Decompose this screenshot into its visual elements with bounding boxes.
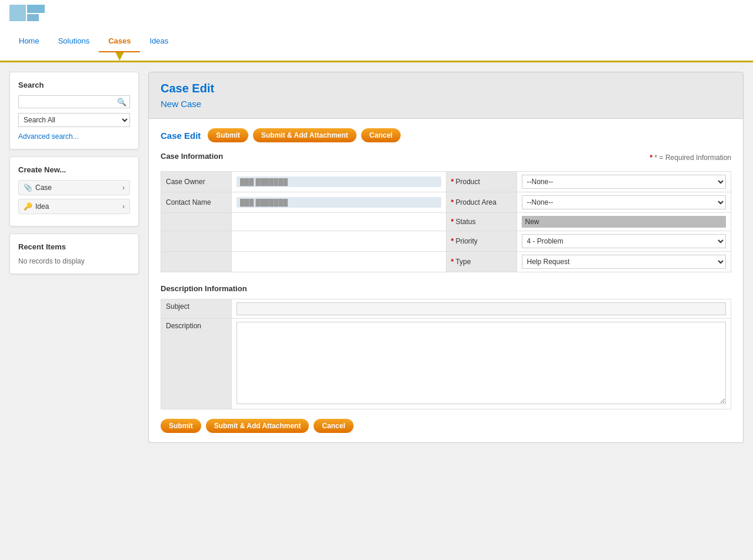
main-nav: Home Solutions Cases Ideas [0, 31, 753, 61]
product-select[interactable]: --None-- [522, 175, 727, 189]
description-table: Subject Description [161, 299, 731, 409]
case-chevron-icon: › [122, 184, 125, 192]
nav-item-home[interactable]: Home [9, 31, 49, 61]
required-star: * [650, 154, 653, 162]
product-area-select[interactable]: --None-- [522, 195, 727, 209]
product-label: * Product [446, 172, 517, 192]
type-select[interactable]: Help Request Question Problem Feature Re… [522, 255, 727, 269]
status-value: New [517, 213, 731, 231]
cancel-button-bottom[interactable]: Cancel [314, 419, 353, 433]
table-row: * Status New [161, 213, 731, 231]
submit-attachment-button-top[interactable]: Submit & Add Attachment [253, 128, 356, 142]
table-row: * Priority 1 - Critical 2 - High 3 - Med… [161, 231, 731, 252]
logo [9, 5, 45, 28]
contact-name-blurred: ███ ███████ [236, 197, 441, 208]
form-toolbar-title: Case Edit [161, 131, 201, 141]
idea-chevron-icon: › [122, 202, 125, 211]
status-display: New [522, 216, 727, 228]
table-row: Case Owner ███ ███████ * Product --None-… [161, 172, 731, 192]
form-toolbar-top: Case Edit Submit Submit & Add Attachment… [161, 128, 731, 142]
case-owner-value: ███ ███████ [232, 172, 447, 192]
page-title: Case Edit [161, 82, 731, 95]
recent-items-empty: No records to display [18, 257, 130, 265]
nav-item-ideas[interactable]: Ideas [140, 31, 178, 61]
search-scope-select[interactable]: Search All Cases Solutions Ideas [18, 113, 130, 127]
description-label: Description [161, 319, 232, 409]
description-textarea[interactable] [236, 322, 726, 404]
cancel-button-top[interactable]: Cancel [361, 128, 401, 142]
search-input-wrap: 🔍 [18, 95, 130, 108]
recent-items-panel: Recent Items No records to display [9, 234, 139, 274]
nav-item-cases[interactable]: Cases [99, 31, 140, 52]
form-panel: Case Edit Submit Submit & Add Attachment… [148, 119, 744, 443]
search-panel: Search 🔍 Search All Cases Solutions Idea… [9, 72, 139, 149]
case-icon: 📎 [24, 184, 32, 192]
create-new-title: Create New... [18, 165, 130, 174]
create-case-item[interactable]: 📎 Case › [18, 180, 130, 195]
case-owner-label: Case Owner [161, 172, 232, 192]
page-subtitle: New Case [161, 99, 731, 109]
sidebar: Search 🔍 Search All Cases Solutions Idea… [9, 72, 139, 560]
contact-name-label: Contact Name [161, 192, 232, 213]
description-section-title: Description Information [161, 284, 731, 293]
idea-icon: 🔑 [24, 202, 32, 211]
nav-item-cases-wrap: Cases [99, 31, 140, 61]
nav-item-solutions[interactable]: Solutions [49, 31, 99, 61]
main-layout: Search 🔍 Search All Cases Solutions Idea… [0, 62, 753, 560]
product-area-value: --None-- [517, 192, 731, 213]
nav-active-arrow [115, 52, 124, 61]
recent-items-title: Recent Items [18, 242, 130, 251]
case-owner-blurred: ███ ███████ [236, 176, 441, 187]
priority-value: 1 - Critical 2 - High 3 - Medium 4 - Pro… [517, 231, 731, 252]
status-label: * Status [446, 213, 517, 231]
priority-select[interactable]: 1 - Critical 2 - High 3 - Medium 4 - Pro… [522, 234, 727, 248]
product-area-label: * Product Area [446, 192, 517, 213]
header: Home Solutions Cases Ideas [0, 0, 753, 62]
table-row: Subject [161, 299, 731, 319]
submit-attachment-button-bottom[interactable]: Submit & Add Attachment [206, 419, 309, 433]
submit-button-top[interactable]: Submit [208, 128, 248, 142]
create-new-panel: Create New... 📎 Case › 🔑 Idea › [9, 156, 139, 226]
create-idea-item[interactable]: 🔑 Idea › [18, 199, 130, 214]
search-button[interactable]: 🔍 [114, 96, 129, 108]
subject-label: Subject [161, 299, 232, 319]
type-value: Help Request Question Problem Feature Re… [517, 252, 731, 272]
case-info-section: Case Information * * = Required Informat… [161, 152, 731, 272]
logo-area [0, 0, 753, 31]
search-panel-title: Search [18, 81, 130, 89]
form-toolbar-bottom: Submit Submit & Add Attachment Cancel [161, 419, 731, 433]
subject-input[interactable] [236, 302, 726, 315]
advanced-search-link[interactable]: Advanced search... [18, 132, 79, 141]
description-field [232, 319, 731, 409]
table-row: * Type Help Request Question Problem Fea… [161, 252, 731, 272]
table-row: Contact Name ███ ███████ * Product Area … [161, 192, 731, 213]
search-input[interactable] [19, 96, 114, 108]
main-content: Case Edit New Case Case Edit Submit Subm… [148, 72, 744, 560]
description-section: Description Information Subject Descript… [161, 284, 731, 409]
submit-button-bottom[interactable]: Submit [161, 419, 201, 433]
subject-field [232, 299, 731, 319]
priority-label: * Priority [446, 231, 517, 252]
page-header: Case Edit New Case [148, 72, 744, 119]
product-value: --None-- [517, 172, 731, 192]
case-info-table: Case Owner ███ ███████ * Product --None-… [161, 171, 731, 272]
create-case-label: Case [35, 184, 52, 192]
contact-name-value: ███ ███████ [232, 192, 447, 213]
type-label: * Type [446, 252, 517, 272]
case-info-title: Case Information [161, 152, 223, 161]
create-idea-label: Idea [35, 202, 49, 211]
required-info: * * = Required Information [650, 154, 731, 162]
table-row: Description [161, 319, 731, 409]
